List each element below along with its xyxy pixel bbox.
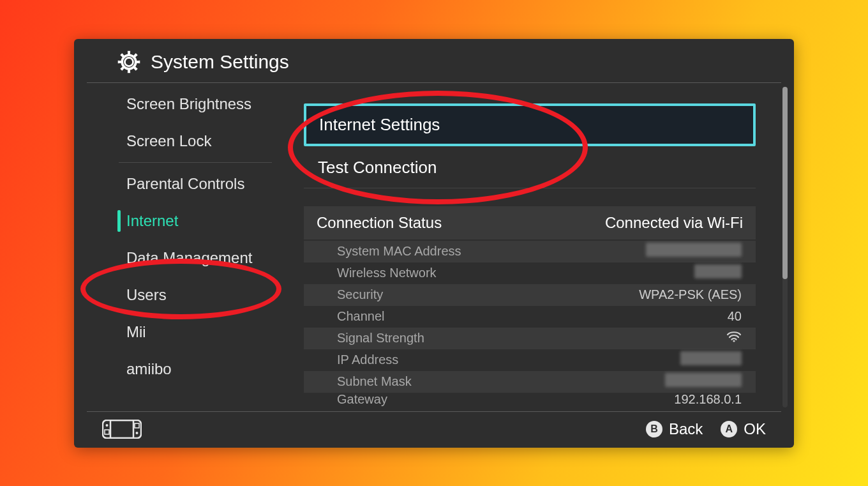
main-area: Screen Brightness Screen Lock Parental C… bbox=[74, 83, 794, 411]
gear-icon bbox=[117, 50, 140, 73]
redacted-value bbox=[694, 264, 742, 278]
sidebar-item-users[interactable]: Users bbox=[74, 277, 291, 314]
scrollbar[interactable] bbox=[782, 87, 788, 407]
row-subnet-mask: Subnet Mask bbox=[304, 371, 756, 393]
footer: B Back A OK bbox=[87, 411, 781, 448]
sidebar: Screen Brightness Screen Lock Parental C… bbox=[74, 83, 291, 411]
row-security: Security WPA2-PSK (AES) bbox=[304, 284, 756, 306]
page-title: System Settings bbox=[151, 51, 289, 73]
connection-status-label: Connection Status bbox=[317, 214, 442, 232]
sidebar-item-internet[interactable]: Internet bbox=[74, 202, 291, 239]
b-button-icon: B bbox=[646, 421, 662, 437]
row-gateway: Gateway 192.168.0.1 bbox=[304, 393, 756, 407]
content-pane: Internet Settings Test Connection Connec… bbox=[291, 83, 794, 411]
connection-status-value: Connected via Wi-Fi bbox=[605, 214, 743, 232]
sidebar-item-screen-lock[interactable]: Screen Lock bbox=[74, 123, 291, 160]
wifi-icon bbox=[726, 331, 742, 346]
svg-rect-15 bbox=[105, 430, 109, 434]
header: System Settings bbox=[87, 39, 781, 83]
scrollbar-thumb[interactable] bbox=[782, 87, 788, 279]
row-signal-strength: Signal Strength bbox=[304, 328, 756, 349]
sidebar-item-mii[interactable]: Mii bbox=[74, 314, 291, 351]
svg-point-14 bbox=[106, 424, 108, 427]
menu-internet-settings[interactable]: Internet Settings bbox=[304, 103, 756, 146]
controller-icon bbox=[102, 420, 142, 439]
svg-point-10 bbox=[126, 58, 132, 65]
menu-test-connection[interactable]: Test Connection bbox=[304, 148, 756, 188]
connection-status-header: Connection Status Connected via Wi-Fi bbox=[304, 206, 756, 239]
svg-rect-13 bbox=[110, 420, 133, 438]
sidebar-item-screen-brightness[interactable]: Screen Brightness bbox=[74, 86, 291, 123]
sidebar-divider bbox=[119, 162, 272, 163]
connection-details-table: System MAC Address Wireless Network Secu… bbox=[304, 241, 756, 407]
svg-point-11 bbox=[733, 340, 735, 342]
sidebar-item-data-management[interactable]: Data Management bbox=[74, 239, 291, 277]
hint-ok[interactable]: A OK bbox=[721, 420, 766, 438]
a-button-icon: A bbox=[721, 421, 737, 437]
row-system-mac: System MAC Address bbox=[304, 241, 756, 262]
sidebar-item-amiibo[interactable]: amiibo bbox=[74, 351, 291, 388]
svg-point-16 bbox=[136, 432, 138, 434]
row-channel: Channel 40 bbox=[304, 306, 756, 328]
redacted-value bbox=[646, 243, 742, 257]
redacted-value bbox=[680, 351, 742, 365]
settings-window: System Settings Screen Brightness Screen… bbox=[74, 39, 794, 448]
redacted-value bbox=[665, 373, 742, 387]
hint-back[interactable]: B Back bbox=[646, 420, 703, 438]
row-wireless-network: Wireless Network bbox=[304, 262, 756, 284]
sidebar-item-parental-controls[interactable]: Parental Controls bbox=[74, 165, 291, 202]
row-ip-address: IP Address bbox=[304, 349, 756, 371]
svg-rect-17 bbox=[135, 423, 139, 428]
